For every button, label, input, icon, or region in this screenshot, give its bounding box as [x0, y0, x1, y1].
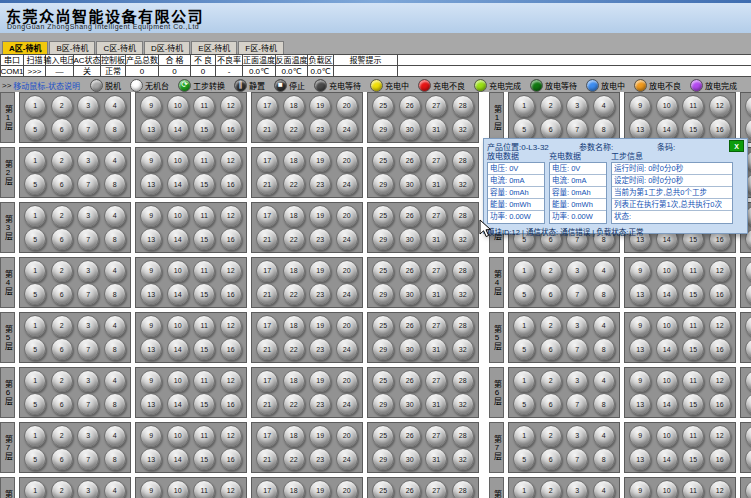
battery-cell[interactable]: 14 — [167, 118, 189, 140]
battery-cell[interactable]: 2 — [540, 425, 562, 447]
battery-cell[interactable]: 10 — [167, 150, 189, 172]
tab-zone-1[interactable]: A区-待机 — [2, 41, 48, 54]
battery-cell[interactable]: 13 — [629, 393, 651, 415]
battery-cell[interactable]: 14 — [167, 283, 189, 305]
battery-cell[interactable]: 21 — [256, 173, 278, 195]
battery-cell[interactable]: 30 — [399, 173, 421, 195]
battery-cell[interactable]: 27 — [425, 95, 447, 117]
battery-cell[interactable]: 15 — [193, 173, 215, 195]
battery-cell[interactable]: 16 — [709, 448, 731, 470]
battery-cell[interactable]: 6 — [51, 448, 73, 470]
battery-cell[interactable]: 1 — [24, 480, 46, 498]
status-value-cell[interactable]: 0 — [125, 65, 159, 77]
battery-cell[interactable]: 21 — [745, 448, 751, 470]
battery-cell[interactable]: 16 — [220, 118, 242, 140]
battery-cell[interactable]: 1 — [24, 425, 46, 447]
battery-cell[interactable]: 15 — [193, 118, 215, 140]
battery-cell[interactable]: 21 — [745, 393, 751, 415]
battery-cell[interactable]: 24 — [336, 448, 358, 470]
battery-cell[interactable]: 16 — [709, 283, 731, 305]
battery-cell[interactable]: 5 — [24, 338, 46, 360]
battery-cell[interactable]: 10 — [167, 480, 189, 498]
battery-cell[interactable]: 6 — [540, 283, 562, 305]
battery-cell[interactable]: 13 — [629, 448, 651, 470]
battery-cell[interactable]: 21 — [256, 338, 278, 360]
battery-cell[interactable]: 4 — [104, 150, 126, 172]
battery-cell[interactable]: 23 — [309, 283, 331, 305]
battery-cell[interactable]: 14 — [167, 393, 189, 415]
battery-cell[interactable]: 27 — [425, 370, 447, 392]
battery-cell[interactable]: 21 — [745, 118, 751, 140]
battery-cell[interactable]: 3 — [566, 95, 588, 117]
battery-cell[interactable]: 27 — [425, 205, 447, 227]
battery-cell[interactable]: 2 — [540, 260, 562, 282]
battery-cell[interactable]: 32 — [452, 173, 474, 195]
battery-cell[interactable]: 4 — [593, 260, 615, 282]
battery-cell[interactable]: 13 — [140, 228, 162, 250]
battery-cell[interactable]: 12 — [220, 95, 242, 117]
battery-cell[interactable]: 25 — [372, 260, 394, 282]
battery-cell[interactable]: 14 — [656, 448, 678, 470]
battery-cell[interactable]: 1 — [24, 315, 46, 337]
battery-cell[interactable]: 17 — [745, 260, 751, 282]
battery-cell[interactable]: 10 — [656, 370, 678, 392]
battery-cell[interactable]: 4 — [104, 205, 126, 227]
battery-cell[interactable]: 24 — [336, 118, 358, 140]
battery-cell[interactable]: 8 — [104, 173, 126, 195]
battery-cell[interactable]: 15 — [193, 283, 215, 305]
battery-cell[interactable]: 28 — [452, 425, 474, 447]
tab-zone-5[interactable]: E区-待机 — [191, 41, 237, 54]
battery-cell[interactable]: 20 — [336, 95, 358, 117]
battery-cell[interactable]: 1 — [513, 370, 535, 392]
battery-cell[interactable]: 16 — [709, 338, 731, 360]
battery-cell[interactable]: 3 — [77, 95, 99, 117]
battery-cell[interactable]: 19 — [309, 425, 331, 447]
battery-cell[interactable]: 22 — [283, 283, 305, 305]
battery-cell[interactable]: 11 — [193, 370, 215, 392]
battery-cell[interactable]: 29 — [372, 338, 394, 360]
battery-cell[interactable]: 11 — [193, 315, 215, 337]
battery-cell[interactable]: 10 — [167, 95, 189, 117]
battery-cell[interactable]: 13 — [140, 173, 162, 195]
battery-cell[interactable]: 13 — [140, 118, 162, 140]
battery-cell[interactable]: 7 — [77, 283, 99, 305]
battery-cell[interactable]: 3 — [566, 425, 588, 447]
battery-cell[interactable]: 7 — [566, 338, 588, 360]
battery-cell[interactable]: 9 — [140, 260, 162, 282]
battery-cell[interactable]: 30 — [399, 448, 421, 470]
battery-cell[interactable]: 26 — [399, 260, 421, 282]
battery-cell[interactable]: 20 — [336, 480, 358, 498]
battery-cell[interactable]: 11 — [682, 260, 704, 282]
battery-cell[interactable]: 31 — [425, 173, 447, 195]
battery-cell[interactable]: 11 — [193, 205, 215, 227]
battery-cell[interactable]: 9 — [140, 425, 162, 447]
battery-cell[interactable]: 1 — [513, 425, 535, 447]
battery-cell[interactable]: 19 — [309, 260, 331, 282]
battery-cell[interactable]: 14 — [656, 338, 678, 360]
battery-cell[interactable]: 8 — [104, 118, 126, 140]
battery-cell[interactable]: 2 — [51, 95, 73, 117]
status-value-cell[interactable] — [333, 65, 398, 77]
battery-cell[interactable]: 17 — [745, 370, 751, 392]
battery-cell[interactable]: 21 — [256, 118, 278, 140]
battery-cell[interactable]: 2 — [51, 205, 73, 227]
battery-cell[interactable]: 27 — [425, 480, 447, 498]
battery-cell[interactable]: 5 — [513, 448, 535, 470]
battery-cell[interactable]: 3 — [77, 260, 99, 282]
battery-cell[interactable]: 9 — [629, 480, 651, 498]
battery-cell[interactable]: 24 — [336, 173, 358, 195]
battery-cell[interactable]: 9 — [140, 315, 162, 337]
battery-cell[interactable]: 2 — [51, 315, 73, 337]
battery-cell[interactable]: 29 — [372, 118, 394, 140]
battery-cell[interactable]: 21 — [256, 283, 278, 305]
battery-cell[interactable]: 9 — [140, 370, 162, 392]
battery-cell[interactable]: 20 — [336, 150, 358, 172]
battery-cell[interactable]: 5 — [24, 228, 46, 250]
battery-cell[interactable]: 5 — [513, 283, 535, 305]
battery-cell[interactable]: 4 — [593, 315, 615, 337]
battery-cell[interactable]: 2 — [51, 150, 73, 172]
battery-cell[interactable]: 4 — [104, 480, 126, 498]
battery-cell[interactable]: 9 — [629, 425, 651, 447]
tab-zone-4[interactable]: D区-待机 — [144, 41, 190, 54]
battery-cell[interactable]: 3 — [566, 370, 588, 392]
